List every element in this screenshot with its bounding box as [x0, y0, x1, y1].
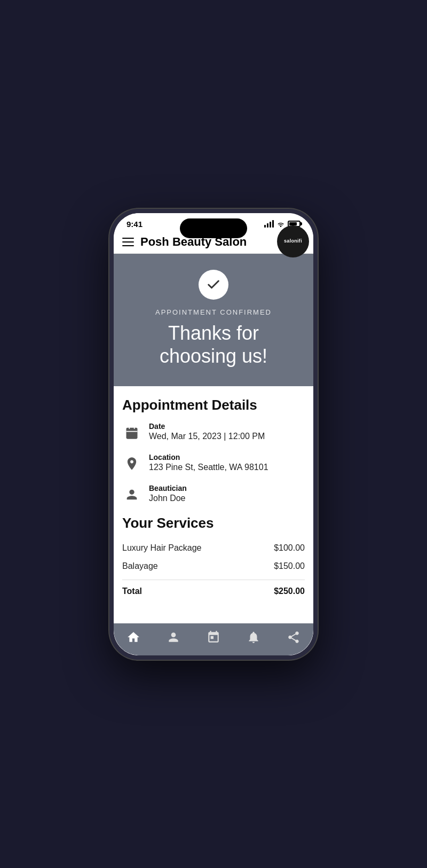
location-text: Location 123 Pine St, Seattle, WA 98101: [149, 453, 268, 472]
nav-share[interactable]: [286, 630, 301, 645]
service-row: Balayage $150.00: [122, 557, 305, 575]
person-icon: [122, 485, 141, 504]
nav-profile[interactable]: [166, 630, 181, 645]
bottom-nav: [114, 623, 313, 655]
calendar-nav-icon: [206, 630, 221, 645]
total-label: Total: [122, 587, 142, 596]
location-value: 123 Pine St, Seattle, WA 98101: [149, 463, 268, 472]
date-detail: Date Wed, Mar 15, 2023 | 12:00 PM: [122, 422, 305, 442]
confirmation-banner: APPOINTMENT CONFIRMED Thanks forchoosing…: [114, 254, 313, 386]
wifi-icon: [276, 221, 285, 227]
total-row: Total $250.00: [122, 580, 305, 600]
menu-icon[interactable]: [122, 238, 134, 246]
phone-inner: 9:41: [114, 213, 313, 655]
home-icon: [126, 630, 141, 645]
profile-nav-icon: [166, 630, 181, 645]
salonifi-badge: salonifi: [277, 225, 309, 257]
nav-notifications[interactable]: [246, 630, 261, 645]
confirmed-heading: Thanks forchoosing us!: [160, 322, 267, 367]
confirmed-label: APPOINTMENT CONFIRMED: [155, 308, 272, 316]
location-detail: Location 123 Pine St, Seattle, WA 98101: [122, 453, 305, 473]
service-name-1: Luxury Hair Package: [122, 543, 202, 553]
signal-icon: [264, 220, 274, 228]
service-row: Luxury Hair Package $100.00: [122, 539, 305, 557]
phone-frame: 9:41: [109, 209, 318, 660]
checkmark-icon: [206, 277, 221, 292]
date-text: Date Wed, Mar 15, 2023 | 12:00 PM: [149, 422, 265, 441]
services-title: Your Services: [122, 515, 305, 531]
svg-rect-0: [126, 428, 138, 439]
bell-icon: [246, 630, 261, 645]
location-icon: [122, 454, 141, 473]
calendar-icon: [122, 423, 141, 442]
nav-calendar[interactable]: [206, 630, 221, 645]
dynamic-island: [180, 218, 247, 238]
check-circle: [199, 270, 228, 300]
content-area: Appointment Details Date Wed, Mar 15, 20…: [114, 386, 313, 623]
location-label: Location: [149, 453, 268, 462]
status-time: 9:41: [126, 220, 143, 229]
share-icon: [286, 630, 301, 645]
service-price-2: $150.00: [274, 561, 305, 571]
beautician-label: Beautician: [149, 484, 187, 492]
beautician-text: Beautician John Doe: [149, 484, 187, 503]
total-price: $250.00: [274, 587, 305, 596]
beautician-detail: Beautician John Doe: [122, 484, 305, 504]
date-label: Date: [149, 422, 265, 431]
nav-home[interactable]: [126, 630, 141, 645]
service-price-1: $100.00: [274, 543, 305, 553]
date-value: Wed, Mar 15, 2023 | 12:00 PM: [149, 432, 265, 441]
service-name-2: Balayage: [122, 561, 158, 571]
beautician-value: John Doe: [149, 494, 187, 503]
services-section: Your Services Luxury Hair Package $100.0…: [122, 515, 305, 600]
appointment-details-title: Appointment Details: [122, 397, 305, 413]
